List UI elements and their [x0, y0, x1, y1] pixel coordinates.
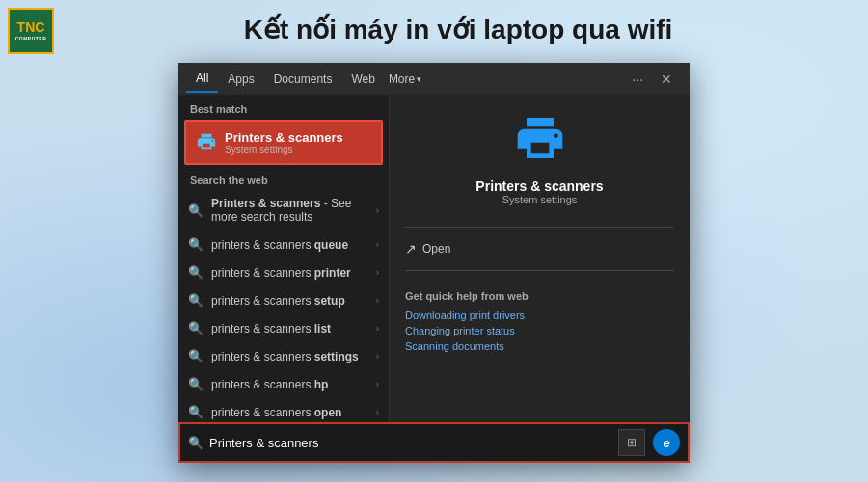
edge-icon: e: [663, 436, 669, 450]
result-text-6: printers & scanners hp: [211, 378, 368, 391]
result-item-6[interactable]: 🔍 printers & scanners hp ›: [178, 370, 389, 398]
search-web-icon-0: 🔍: [188, 203, 203, 218]
open-button[interactable]: ↗ Open: [405, 237, 674, 260]
result-item-1[interactable]: 🔍 printers & scanners queue ›: [178, 230, 389, 258]
more-label: More: [389, 72, 415, 86]
result-item-2[interactable]: 🔍 printers & scanners printer ›: [178, 258, 389, 286]
quick-link-1[interactable]: Changing printer status: [405, 323, 674, 338]
result-item-0[interactable]: 🔍 Printers & scanners - See more search …: [178, 190, 389, 230]
logo-tnc-text: TNC: [17, 20, 45, 34]
search-web-icon-1: 🔍: [188, 237, 203, 252]
result-text-0: Printers & scanners - See more search re…: [211, 197, 368, 224]
search-web-icon-4: 🔍: [188, 321, 203, 335]
result-text-3: printers & scanners setup: [211, 294, 368, 308]
best-match-text: Printers & scanners System settings: [225, 130, 343, 155]
result-text-2: printers & scanners printer: [211, 266, 368, 280]
tab-web[interactable]: Web: [341, 67, 384, 92]
search-web-icon-7: 🔍: [188, 405, 203, 419]
close-button[interactable]: ✕: [651, 67, 682, 91]
tab-documents[interactable]: Documents: [264, 67, 342, 92]
best-match-label: Best match: [178, 95, 389, 119]
printer-icon-small: [196, 131, 217, 155]
result-text-1: printers & scanners queue: [211, 238, 368, 252]
search-web-label: Search the web: [178, 167, 389, 190]
search-web-icon-2: 🔍: [188, 265, 203, 280]
more-options-button[interactable]: ···: [624, 67, 651, 91]
arrow-icon-0: ›: [376, 205, 379, 216]
best-match-item[interactable]: Printers & scanners System settings: [184, 120, 383, 165]
result-item-4[interactable]: 🔍 printers & scanners list ›: [178, 314, 389, 342]
divider-1: [405, 227, 674, 228]
best-match-title: Printers & scanners: [225, 130, 343, 145]
divider-2: [405, 270, 674, 271]
nav-bar: All Apps Documents Web More ▾ ··· ✕: [178, 63, 690, 95]
right-panel-subtitle: System settings: [502, 194, 578, 205]
result-text-7: printers & scanners open: [211, 406, 368, 419]
grid-icon: ⊞: [627, 436, 637, 449]
arrow-icon-1: ›: [376, 239, 379, 250]
tab-all[interactable]: All: [186, 66, 218, 93]
bottom-search-bar: 🔍 ⊞ e: [178, 422, 690, 463]
right-panel: Printers & scanners System settings ↗ Op…: [389, 95, 690, 422]
taskbar-grid-button[interactable]: ⊞: [618, 429, 645, 456]
search-icon: 🔍: [188, 436, 203, 450]
chevron-down-icon: ▾: [417, 74, 421, 84]
logo-computer-text: COMPUTER: [15, 36, 47, 41]
result-item-5[interactable]: 🔍 printers & scanners settings ›: [178, 342, 389, 370]
tnc-logo: TNC COMPUTER: [8, 8, 54, 54]
page-title: Kết nối máy in với laptop qua wifi: [68, 13, 849, 45]
arrow-icon-3: ›: [376, 295, 379, 306]
printer-icon-large: [513, 111, 567, 173]
open-label: Open: [422, 242, 450, 255]
best-match-subtitle: System settings: [225, 145, 343, 155]
content-area: Best match Printers & scanners System se…: [178, 95, 690, 422]
left-panel: Best match Printers & scanners System se…: [178, 95, 389, 422]
right-icon-area: Printers & scanners System settings: [405, 111, 674, 205]
result-item-3[interactable]: 🔍 printers & scanners setup ›: [178, 286, 389, 314]
result-text-5: printers & scanners settings: [211, 350, 368, 363]
open-icon: ↗: [405, 241, 417, 256]
edge-browser-button[interactable]: e: [653, 429, 680, 456]
arrow-icon-4: ›: [376, 323, 379, 334]
arrow-icon-7: ›: [376, 407, 379, 417]
quick-link-0[interactable]: Downloading print drivers: [405, 308, 674, 323]
search-popup: All Apps Documents Web More ▾ ··· ✕ Best…: [178, 63, 690, 463]
search-web-icon-6: 🔍: [188, 377, 203, 391]
arrow-icon-5: ›: [376, 351, 379, 362]
search-input[interactable]: [209, 436, 609, 450]
arrow-icon-6: ›: [376, 379, 379, 389]
search-web-icon-5: 🔍: [188, 349, 203, 363]
taskbar-icons: ⊞ e: [618, 429, 680, 456]
right-panel-title: Printers & scanners: [475, 178, 603, 194]
search-web-icon-3: 🔍: [188, 293, 203, 308]
result-item-7[interactable]: 🔍 printers & scanners open ›: [178, 398, 389, 422]
quick-link-2[interactable]: Scanning documents: [405, 338, 674, 354]
result-text-4: printers & scanners list: [211, 322, 368, 335]
tab-more[interactable]: More ▾: [385, 67, 425, 92]
quick-help-label: Get quick help from web: [405, 290, 674, 302]
arrow-icon-2: ›: [376, 267, 379, 278]
tab-apps[interactable]: Apps: [218, 67, 263, 92]
